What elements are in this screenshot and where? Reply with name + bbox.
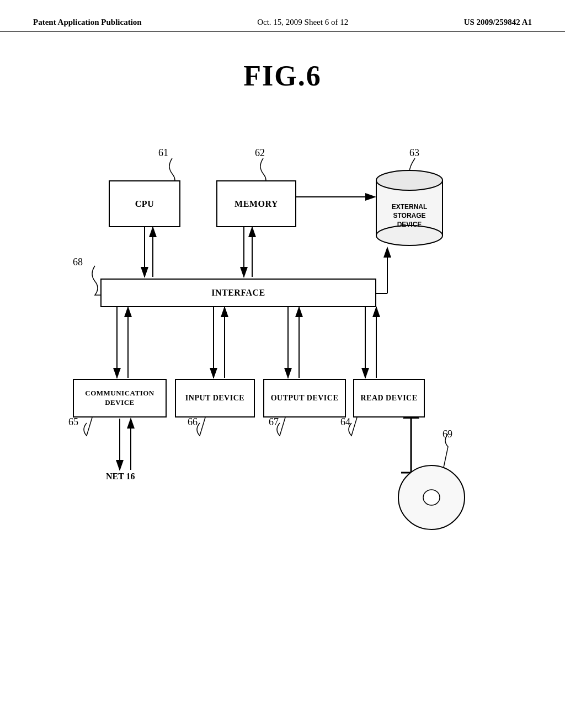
header-center: Oct. 15, 2009 Sheet 6 of 12 bbox=[257, 18, 348, 27]
header-left: Patent Application Publication bbox=[33, 18, 142, 27]
svg-text:STORAGE: STORAGE bbox=[393, 212, 425, 220]
net-label: NET 16 bbox=[106, 472, 135, 481]
ref-62: 62 bbox=[255, 147, 265, 159]
svg-point-29 bbox=[423, 490, 440, 505]
ref-66: 66 bbox=[188, 416, 198, 428]
external-storage-cylinder: EXTERNAL STORAGE DEVICE bbox=[374, 169, 445, 247]
svg-text:EXTERNAL: EXTERNAL bbox=[392, 203, 428, 211]
output-device-box: OUTPUT DEVICE bbox=[263, 379, 346, 417]
header-right: US 2009/259842 A1 bbox=[464, 18, 532, 27]
page-header: Patent Application Publication Oct. 15, … bbox=[0, 0, 565, 32]
ref-69: 69 bbox=[443, 429, 452, 440]
diagram: 61 62 63 68 65 66 67 64 69 CPU MEMORY EX… bbox=[56, 109, 509, 605]
interface-box: INTERFACE bbox=[100, 279, 376, 307]
read-device-box: READ DEVICE bbox=[353, 379, 425, 417]
ref-65: 65 bbox=[68, 416, 78, 428]
svg-point-23 bbox=[376, 226, 443, 245]
ref-61: 61 bbox=[158, 147, 168, 159]
figure-title: FIG.6 bbox=[0, 60, 565, 92]
cpu-box: CPU bbox=[109, 180, 180, 227]
ref-68: 68 bbox=[73, 256, 83, 268]
ref-63: 63 bbox=[409, 147, 419, 159]
ref-67: 67 bbox=[269, 416, 279, 428]
memory-box: MEMORY bbox=[216, 180, 296, 227]
optical-disk bbox=[396, 462, 467, 533]
svg-point-24 bbox=[376, 170, 443, 190]
svg-text:DEVICE: DEVICE bbox=[397, 221, 422, 228]
communication-device-box: COMMUNICATION DEVICE bbox=[73, 379, 167, 417]
ref-64: 64 bbox=[340, 416, 350, 428]
input-device-box: INPUT DEVICE bbox=[175, 379, 255, 417]
